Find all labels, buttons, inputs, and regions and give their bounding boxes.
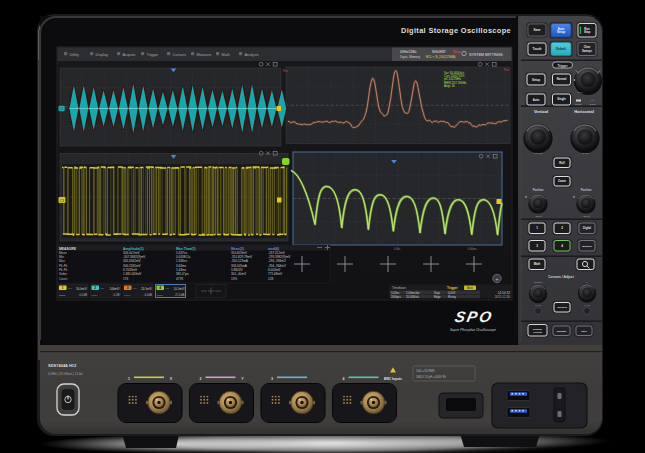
svg-text:SIGLENT: SIGLENT (432, 50, 446, 54)
svg-text:Analysis: Analysis (245, 53, 259, 57)
svg-text:3: 3 (271, 377, 273, 381)
svg-text:2021-12-30: 2021-12-30 (495, 295, 511, 299)
svg-text:FULL: FULL (92, 294, 99, 297)
svg-text:200kpts: 200kpts (391, 295, 401, 299)
svg-text:Timebase: Timebase (392, 286, 406, 290)
svg-text:1M: 1M (68, 287, 71, 290)
svg-text:Avgs 16: Avgs 16 (444, 84, 455, 88)
svg-text:Position: Position (581, 188, 592, 192)
svg-text:20.1mV/: 20.1mV/ (141, 287, 152, 291)
svg-text:1M: 1M (101, 287, 104, 290)
svg-text:/ MHz: / MHz (577, 91, 583, 93)
svg-text:4GHz/12Bit: 4GHz/12Bit (400, 50, 416, 54)
svg-text:1: 1 (62, 286, 64, 290)
svg-text:/ Zoom: / Zoom (581, 152, 588, 155)
svg-text:Trigger: Trigger (447, 286, 459, 290)
svg-text:-0.2B: -0.2B (113, 293, 120, 297)
svg-text:Roll: Roll (559, 161, 565, 165)
svg-text:User: User (581, 330, 587, 333)
svg-text:50.0mV/: 50.0mV/ (76, 287, 87, 291)
svg-text:2 Avg: 2 Avg (584, 304, 590, 306)
svg-text:C1: C1 (60, 107, 64, 111)
svg-text:Pos: Pos (283, 69, 288, 73)
svg-text:0.00s: 0.00s (394, 247, 401, 251)
svg-text:Intensity: Intensity (534, 281, 544, 284)
svg-text:Zoom: Zoom (558, 179, 566, 183)
svg-text:Setup: Setup (557, 30, 565, 34)
svg-text:/ Intensity: / Intensity (533, 152, 544, 155)
svg-text:Super Phosphor Oscilloscope: Super Phosphor Oscilloscope (450, 328, 496, 332)
svg-text:Display: Display (96, 53, 109, 57)
svg-text:Memory: Memory (582, 245, 592, 248)
svg-text:Digital: Digital (583, 226, 591, 230)
svg-text:Rising: Rising (448, 295, 456, 299)
svg-text:4.00ms: 4.00ms (468, 247, 477, 251)
svg-text:Single: Single (557, 97, 566, 101)
svg-text:Trigger: Trigger (147, 53, 160, 57)
svg-text:Cursors: Cursors (557, 306, 567, 309)
svg-text:Stop: Stop (453, 50, 460, 54)
svg-text:Persist: Persist (533, 331, 542, 334)
svg-text:Count: Count (59, 277, 67, 281)
svg-text:Auto: Auto (467, 286, 473, 290)
svg-text:477K: 477K (176, 277, 184, 281)
svg-text:Edge: Edge (434, 295, 441, 299)
svg-text:2: 2 (94, 286, 96, 290)
svg-text:SDS7404A H12: SDS7404A H12 (48, 363, 77, 368)
svg-text:Touch: Touch (533, 47, 542, 51)
svg-text:Measure: Measure (197, 53, 212, 57)
svg-text:Ready: Ready (575, 103, 583, 106)
svg-text:+: + (496, 276, 499, 282)
svg-text:2 Avg: 2 Avg (535, 304, 541, 306)
svg-text:Trig'd: Trig'd (590, 103, 596, 106)
svg-text:Cursors / Adjust: Cursors / Adjust (548, 275, 574, 279)
svg-text:10.1mV/: 10.1mV/ (174, 287, 185, 291)
svg-text:Trigger: Trigger (557, 64, 568, 68)
svg-text:1M: 1M (166, 287, 169, 290)
svg-text:Setup: Setup (532, 78, 540, 82)
svg-text:10Ω ≤ 5V RMS: 10Ω ≤ 5V RMS (416, 369, 435, 373)
svg-text:13%: 13% (231, 277, 237, 281)
svg-text:BNC Inputs: BNC Inputs (384, 377, 402, 381)
svg-text:-0.2dB: -0.2dB (78, 293, 87, 297)
svg-text:/ Skew: / Skew (535, 215, 542, 217)
svg-text:20.0GSa/s: 20.0GSa/s (406, 295, 420, 299)
svg-text:2: 2 (200, 377, 202, 381)
svg-text:RCL:< B_240(125MA): RCL:< B_240(125MA) (426, 55, 456, 59)
svg-text:Position: Position (533, 188, 544, 192)
svg-text:Stop: Stop (584, 30, 591, 34)
svg-text:4 GHz | 20 GSa/s | 12-bit: 4 GHz | 20 GSa/s | 12-bit (48, 372, 83, 376)
svg-text:1MΩ // 20 pF ≤ 400V Pk: 1MΩ // 20 pF ≤ 400V Pk (416, 375, 447, 379)
svg-text:100mV/: 100mV/ (110, 287, 120, 291)
svg-text:Navigate: Navigate (557, 330, 567, 332)
svg-text:Normal: Normal (557, 77, 567, 81)
svg-text:Cursors: Cursors (173, 53, 186, 57)
svg-text:176: 176 (123, 277, 128, 281)
svg-text:FULL: FULL (59, 294, 66, 297)
svg-text:1: 1 (128, 377, 130, 381)
svg-text:1M: 1M (133, 287, 136, 290)
svg-text:Utility: Utility (70, 53, 79, 57)
svg-text:Horizontal: Horizontal (574, 109, 594, 114)
svg-text:C3: C3 (60, 199, 64, 203)
svg-text:Math: Math (534, 262, 541, 266)
svg-text:Math: Math (222, 53, 230, 57)
svg-text:/ Skew: / Skew (583, 215, 590, 217)
svg-text:SPO: SPO (453, 308, 495, 325)
svg-text:SYSTEM SETTINGS: SYSTEM SETTINGS (469, 53, 503, 57)
svg-text:FULL: FULL (124, 294, 131, 297)
svg-text:Sweeps: Sweeps (582, 49, 593, 53)
svg-text:Pos: Pos (504, 68, 509, 72)
svg-text:4: 4 (159, 286, 161, 290)
svg-text:Auto: Auto (533, 98, 540, 102)
svg-text:-21.0dB: -21.0dB (174, 293, 184, 297)
svg-text:4: 4 (343, 377, 345, 381)
svg-text:12K: 12K (268, 277, 274, 281)
svg-text:3: 3 (127, 286, 129, 290)
svg-text:-4.4dB: -4.4dB (143, 293, 152, 297)
svg-text:Vertical: Vertical (534, 109, 548, 114)
svg-text:Digits, Memory: Digits, Memory (400, 55, 421, 59)
svg-text:Default: Default (556, 47, 566, 51)
svg-text:FULL: FULL (157, 294, 164, 297)
svg-text:Acquire: Acquire (123, 53, 136, 57)
